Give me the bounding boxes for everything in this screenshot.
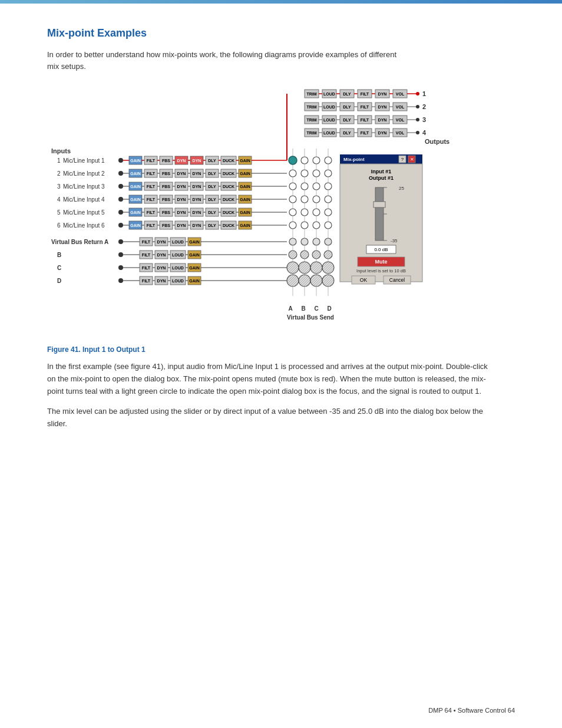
svg-text:2: 2 <box>57 170 61 177</box>
svg-text:TRIM: TRIM <box>306 105 316 109</box>
svg-point-340 <box>289 238 296 245</box>
svg-text:Input level is set to 10 dB: Input level is set to 10 dB <box>356 268 406 274</box>
input-row-6: 6 Mic/Line Input 6 GAIN FILT FBS DYN DYN <box>57 221 287 229</box>
svg-text:Mic/Line Input 5: Mic/Line Input 5 <box>63 209 105 216</box>
svg-point-349 <box>299 262 310 274</box>
svg-text:LOUD: LOUD <box>172 240 184 244</box>
svg-point-329 <box>301 196 308 203</box>
svg-text:FILT: FILT <box>142 266 151 270</box>
svg-point-38 <box>416 105 419 108</box>
svg-point-224 <box>118 223 123 228</box>
svg-text:FBS: FBS <box>162 185 170 189</box>
svg-point-337 <box>301 222 308 229</box>
svg-text:GAIN: GAIN <box>240 210 250 215</box>
svg-text:FBS: FBS <box>162 159 170 163</box>
svg-text:DYN: DYN <box>378 92 387 96</box>
svg-point-78 <box>416 131 419 134</box>
svg-text:GAIN: GAIN <box>130 210 141 215</box>
svg-point-297 <box>118 278 123 283</box>
svg-text:DLY: DLY <box>208 185 216 189</box>
svg-text:✕: ✕ <box>410 157 414 162</box>
svg-text:FILT: FILT <box>361 131 369 135</box>
svg-text:B: B <box>57 252 61 258</box>
svg-text:LOUD: LOUD <box>172 279 184 283</box>
svg-text:OK: OK <box>360 277 368 283</box>
svg-text:DYN: DYN <box>157 266 166 270</box>
svg-point-335 <box>325 209 332 216</box>
input-row-2: 2 Mic/Line Input 2 GAIN FILT FBS DYN DYN <box>57 169 287 177</box>
svg-text:3: 3 <box>422 116 426 123</box>
svg-text:DYN: DYN <box>177 159 186 163</box>
svg-point-317 <box>301 157 308 164</box>
svg-text:Mic/Line Input 2: Mic/Line Input 2 <box>63 170 105 177</box>
svg-text:Mic/Line Input 3: Mic/Line Input 3 <box>63 183 105 190</box>
svg-text:DUCK: DUCK <box>223 197 234 202</box>
svg-text:DLY: DLY <box>208 210 216 215</box>
svg-text:4: 4 <box>57 196 61 203</box>
input-row-3: 3 Mic/Line Input 3 GAIN FILT FBS DYN DYN <box>57 182 287 190</box>
svg-text:FILT: FILT <box>361 118 369 122</box>
svg-text:Inputs: Inputs <box>51 147 71 154</box>
section-title: Mix-point Examples <box>47 27 515 39</box>
svg-text:Virtual Bus Return  A: Virtual Bus Return A <box>51 239 108 245</box>
svg-text:GAIN: GAIN <box>130 172 141 176</box>
svg-text:FILT: FILT <box>147 223 156 228</box>
input-row-1: 1 Mic/Line Input 1 GAIN FILT FBS DYN DYN <box>57 156 287 164</box>
svg-point-320 <box>289 170 296 177</box>
svg-text:VOL: VOL <box>396 92 405 96</box>
svg-text:Virtual Bus Send: Virtual Bus Send <box>287 314 334 321</box>
svg-text:VOL: VOL <box>396 105 405 109</box>
svg-text:A: A <box>288 305 292 312</box>
svg-text:2: 2 <box>422 103 426 110</box>
svg-point-333 <box>301 209 308 216</box>
svg-text:GAIN: GAIN <box>240 185 250 189</box>
svg-text:Mic/Line Input 4: Mic/Line Input 4 <box>63 196 105 203</box>
svg-point-325 <box>301 183 308 190</box>
svg-text:DYN: DYN <box>193 223 201 228</box>
svg-text:LOUD: LOUD <box>323 105 335 109</box>
svg-point-321 <box>301 170 308 177</box>
svg-text:DYN: DYN <box>193 210 201 215</box>
svg-text:DYN: DYN <box>177 210 186 215</box>
svg-text:Cancel: Cancel <box>389 277 405 283</box>
svg-text:VOL: VOL <box>396 118 405 122</box>
svg-text:4: 4 <box>422 129 427 136</box>
svg-point-282 <box>118 265 123 270</box>
svg-point-344 <box>289 251 297 259</box>
svg-point-18 <box>416 92 419 95</box>
svg-text:DYN: DYN <box>193 197 201 202</box>
svg-text:DLY: DLY <box>208 172 216 176</box>
svg-text:DYN: DYN <box>157 279 166 283</box>
page-footer: DMP 64 • Software Control 64 <box>428 707 515 714</box>
svg-text:1: 1 <box>422 90 426 97</box>
input-row-5: 5 Mic/Line Input 5 GAIN FILT FBS DYN DYN <box>57 208 287 216</box>
svg-point-196 <box>118 210 123 215</box>
svg-point-347 <box>324 251 332 259</box>
svg-text:FILT: FILT <box>147 210 156 215</box>
svg-text:Output #1: Output #1 <box>369 175 394 181</box>
svg-point-328 <box>289 196 296 203</box>
svg-text:D: D <box>327 305 331 312</box>
svg-text:DUCK: DUCK <box>223 172 234 176</box>
svg-text:B: B <box>301 305 305 312</box>
svg-point-350 <box>310 262 322 274</box>
svg-text:DLY: DLY <box>343 131 351 135</box>
output-row-2: TRIM LOUD DLY FILT DYN VOL 2 <box>305 103 426 111</box>
svg-text:DUCK: DUCK <box>223 210 234 215</box>
svg-text:6: 6 <box>57 222 61 229</box>
svg-text:FBS: FBS <box>162 172 170 176</box>
svg-text:25: 25 <box>399 186 404 191</box>
svg-text:-35: -35 <box>391 238 398 243</box>
svg-text:C: C <box>57 265 61 271</box>
svg-text:1: 1 <box>57 157 61 164</box>
svg-text:DLY: DLY <box>208 159 216 163</box>
svg-text:GAIN: GAIN <box>189 266 200 270</box>
svg-text:GAIN: GAIN <box>189 240 200 244</box>
diagram-svg: TRIM LOUD DLY FILT DYN VOL 1 <box>51 84 511 331</box>
svg-point-318 <box>313 157 320 164</box>
body-paragraph-2: The mix level can be adjusted using the … <box>47 406 495 430</box>
svg-text:LOUD: LOUD <box>172 253 184 257</box>
svg-text:Mute: Mute <box>375 259 388 265</box>
svg-point-342 <box>313 238 320 245</box>
svg-text:LOUD: LOUD <box>323 118 335 122</box>
